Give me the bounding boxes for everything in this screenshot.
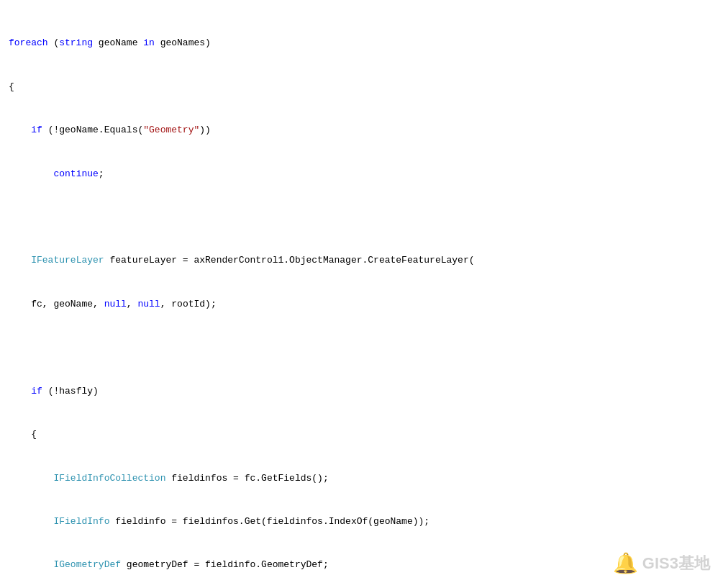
line-if-hasfly: if (!hasfly) (0, 384, 723, 399)
code-container: foreach (string geoName in geoNames) { i… (0, 0, 723, 588)
line-fieldinfos: IFieldInfoCollection fieldinfos = fc.Get… (0, 471, 723, 486)
line-fieldinfo: IFieldInfo fieldinfo = fieldinfos.Get(fi… (0, 515, 723, 529)
line-continue-1: continue; (0, 167, 723, 181)
watermark: 🔔 GIS3基地 (613, 551, 710, 575)
line-fc-params: fc, geoName, null, null, rootId); (0, 297, 723, 312)
line-open-brace-2: { (0, 428, 723, 442)
line-if-geoname: if (!geoName.Equals("Geometry")) (0, 123, 723, 137)
line-foreach: foreach (string geoName in geoNames) (0, 36, 723, 50)
line-blank-2 (0, 340, 723, 355)
line-blank-1 (0, 210, 723, 225)
line-ifeaturelayer: IFeatureLayer featureLayer = axRenderCon… (0, 253, 723, 268)
code-above: foreach (string geoName in geoNames) { i… (0, 6, 723, 588)
line-open-brace-1: { (0, 80, 723, 94)
watermark-text: GIS3基地 (642, 553, 710, 574)
watermark-icon: 🔔 (613, 551, 638, 575)
